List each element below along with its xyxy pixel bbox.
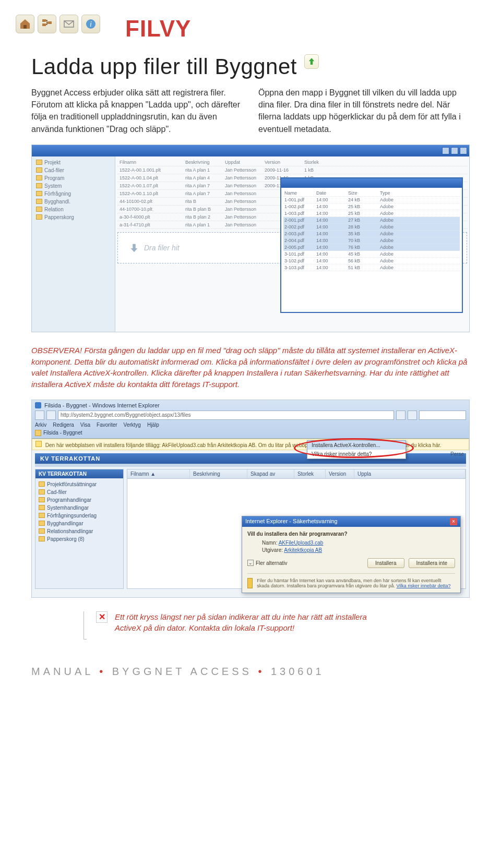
- forward-button-icon[interactable]: [46, 411, 56, 420]
- dialog-publisher[interactable]: Arkitektkopia AB: [284, 547, 322, 553]
- header-icon-row: i: [16, 15, 100, 33]
- stop-icon[interactable]: [408, 411, 417, 420]
- page-footer: MANUAL • BYGGNET ACCESS • 130601: [31, 666, 470, 678]
- tree-icon: [38, 15, 56, 33]
- search-box[interactable]: [419, 411, 466, 420]
- dialog-risk-link[interactable]: Vilka risker innebär detta?: [397, 583, 451, 588]
- svg-rect-0: [23, 25, 27, 29]
- ie-tab[interactable]: Filsida - Byggnet: [43, 430, 82, 436]
- home-icon: [16, 15, 34, 33]
- dont-install-button[interactable]: Installera inte: [409, 558, 455, 568]
- dialog-title: Internet Explorer - Säkerhetsvarning: [245, 518, 338, 525]
- intro-paragraph-1: Byggnet Access erbjuder olika sätt att r…: [31, 87, 243, 135]
- mail-icon: [59, 15, 78, 33]
- activex-infobar[interactable]: Den här webbplatsen vill installera följ…: [32, 439, 469, 450]
- install-button[interactable]: Installera: [367, 558, 404, 568]
- svg-rect-1: [42, 19, 46, 22]
- drop-area-label: Dra filer hit: [144, 244, 180, 252]
- page-heading: Ladda upp filer till Byggnet: [31, 54, 297, 79]
- section-title: FILVY: [125, 16, 470, 42]
- upload-arrow-icon: [304, 54, 319, 69]
- screenshot-activex: Filsida - Byggnet - Windows Internet Exp…: [31, 400, 470, 598]
- ie-menu-bar[interactable]: Arkiv Redigera Visa Favoriter Verktyg Hj…: [35, 422, 466, 428]
- explorer-popup: NameDateSizeType 1-001.pdf14:0024 kBAdob…: [280, 177, 463, 313]
- screenshot-drag-drop: Projekt Cad-filer Program System Förfråg…: [31, 144, 470, 332]
- intro-paragraph-2: Öppna den mapp i Byggnet till vilken du …: [258, 87, 470, 135]
- folder-tree[interactable]: KV TERRAKOTTAN Projektförutsättningar Ca…: [35, 469, 124, 589]
- infobar-context-menu[interactable]: Installera ActiveX-kontrollen... Vilka r…: [307, 440, 406, 459]
- ctx-install-activex[interactable]: Installera ActiveX-kontrollen...: [307, 441, 405, 450]
- info-icon: i: [81, 15, 100, 33]
- more-options[interactable]: Fler alternativ: [256, 560, 288, 566]
- footnote-text: Ett rött kryss längst ner på sidan indik…: [115, 611, 376, 633]
- svg-text:i: i: [90, 20, 92, 28]
- back-button-icon[interactable]: [35, 411, 44, 420]
- address-bar[interactable]: http://system2.byggnet.com/Byggnet/objec…: [58, 411, 394, 420]
- close-icon[interactable]: ×: [450, 518, 457, 525]
- shield-icon: [247, 578, 253, 588]
- svg-rect-2: [42, 23, 46, 26]
- red-x-icon: ✕: [96, 611, 108, 623]
- ie-window-title: Filsida - Byggnet - Windows Internet Exp…: [35, 402, 466, 408]
- ctx-risks[interactable]: Vilka risker innebär detta?: [307, 450, 405, 459]
- dialog-question: Vill du installera den här programvaran?: [247, 531, 455, 537]
- security-warning-dialog: Internet Explorer - Säkerhetsvarning × V…: [242, 516, 461, 593]
- refresh-icon[interactable]: [396, 411, 405, 420]
- observera-paragraph: OBSERVERA! Första gången du laddar upp e…: [31, 345, 470, 390]
- dialog-file-name[interactable]: AKFileUpload3.cab: [279, 540, 324, 546]
- svg-rect-3: [48, 21, 52, 24]
- perse-label: Perse: [450, 451, 464, 457]
- footnote-bracket: [84, 611, 87, 640]
